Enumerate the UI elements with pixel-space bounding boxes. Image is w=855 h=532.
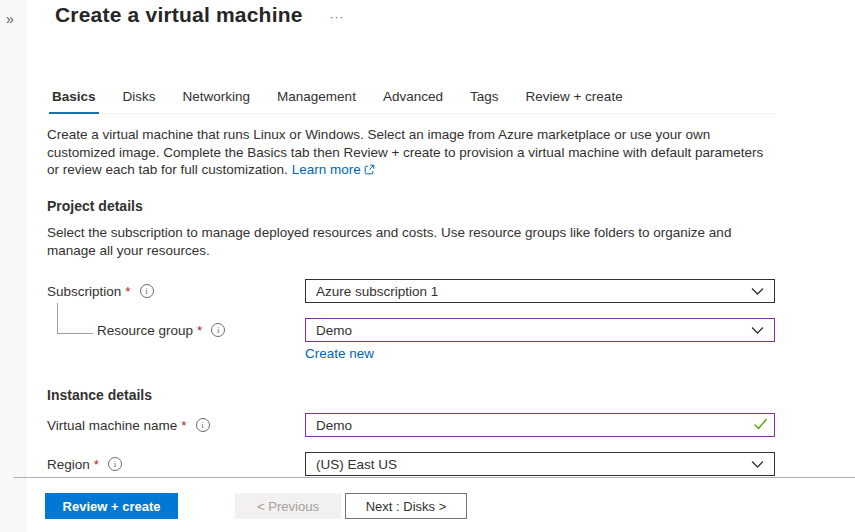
resource-group-label: Resource group * i: [47, 318, 305, 342]
chevron-down-icon: [751, 457, 764, 472]
title-bar: Create a virtual machine ···: [55, 3, 345, 27]
tab-networking[interactable]: Networking: [180, 85, 254, 114]
create-vm-page: » Create a virtual machine ··· Basics Di…: [0, 0, 855, 532]
instance-details-heading: Instance details: [47, 387, 152, 403]
create-new-resource-group-link[interactable]: Create new: [305, 346, 374, 361]
required-marker: *: [94, 457, 99, 472]
required-marker: *: [125, 284, 130, 299]
vm-name-label: Virtual machine name * i: [47, 413, 305, 437]
project-details-heading: Project details: [47, 198, 143, 214]
resource-group-value: Demo: [316, 323, 352, 338]
page-title: Create a virtual machine: [55, 3, 303, 27]
review-create-button[interactable]: Review + create: [45, 493, 178, 519]
wizard-tabs: Basics Disks Networking Management Advan…: [49, 85, 775, 114]
vm-name-field-row: Virtual machine name * i: [47, 413, 775, 437]
external-link-icon: [364, 162, 375, 180]
project-details-description: Select the subscription to manage deploy…: [47, 224, 775, 259]
required-marker: *: [181, 418, 186, 433]
chevron-down-icon: [751, 323, 764, 338]
region-dropdown[interactable]: (US) East US: [305, 452, 775, 476]
tab-review-create[interactable]: Review + create: [522, 85, 625, 114]
region-field-row: Region * i (US) East US: [47, 452, 775, 476]
info-icon[interactable]: i: [108, 457, 122, 471]
previous-button[interactable]: < Previous: [235, 493, 341, 519]
collapsed-sidebar: »: [0, 0, 26, 532]
vm-name-input-wrap: [305, 413, 775, 437]
info-icon[interactable]: i: [196, 418, 210, 432]
required-marker: *: [197, 323, 202, 338]
intro-text: Create a virtual machine that runs Linux…: [47, 126, 775, 180]
subscription-value: Azure subscription 1: [316, 284, 438, 299]
more-options-icon[interactable]: ···: [330, 10, 345, 24]
info-icon[interactable]: i: [211, 323, 225, 337]
subscription-label: Subscription * i: [47, 279, 305, 303]
valid-check-icon: [753, 416, 768, 434]
vm-name-input[interactable]: [316, 415, 747, 435]
tab-disks[interactable]: Disks: [120, 85, 159, 114]
tab-advanced[interactable]: Advanced: [380, 85, 446, 114]
next-disks-button[interactable]: Next : Disks >: [345, 493, 467, 519]
tab-management[interactable]: Management: [274, 85, 359, 114]
resource-group-dropdown[interactable]: Demo: [305, 318, 775, 342]
tab-basics[interactable]: Basics: [49, 85, 99, 114]
footer-divider: [13, 477, 855, 478]
learn-more-link[interactable]: Learn more: [292, 162, 375, 177]
info-icon[interactable]: i: [140, 284, 154, 298]
chevron-down-icon: [751, 284, 764, 299]
tab-tags[interactable]: Tags: [467, 85, 502, 114]
intro-paragraph: Create a virtual machine that runs Linux…: [47, 127, 763, 177]
region-value: (US) East US: [316, 457, 397, 472]
subscription-dropdown[interactable]: Azure subscription 1: [305, 279, 775, 303]
expand-sidebar-icon[interactable]: »: [6, 12, 14, 26]
subscription-field-row: Subscription * i Azure subscription 1: [47, 279, 775, 303]
region-label: Region * i: [47, 452, 305, 476]
resource-group-field-row: Resource group * i Demo: [47, 318, 775, 342]
